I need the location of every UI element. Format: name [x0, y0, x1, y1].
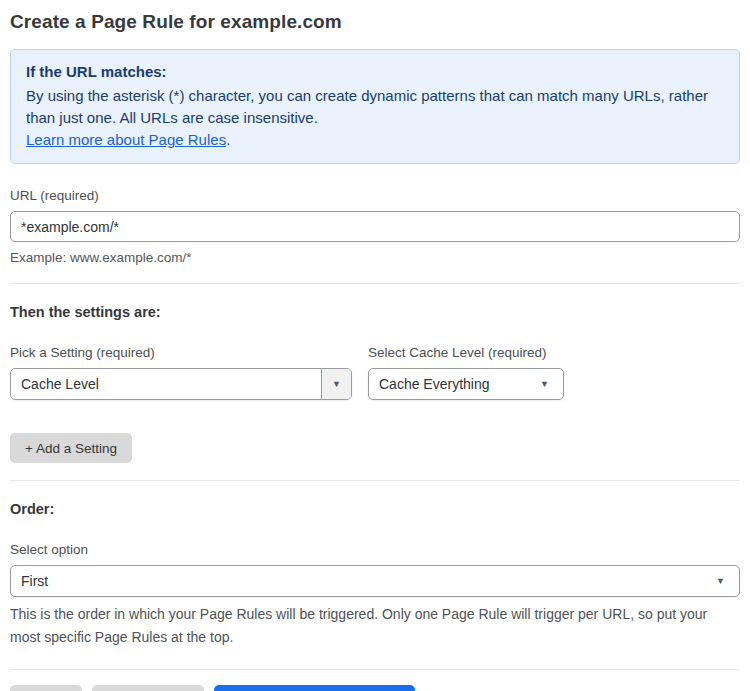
cache-level-column: Select Cache Level (required) Cache Ever… [368, 344, 564, 400]
info-box-body: By using the asterisk (*) character, you… [26, 85, 724, 129]
learn-more-link[interactable]: Learn more about Page Rules [26, 131, 226, 148]
info-box-heading: If the URL matches: [26, 61, 724, 83]
pick-setting-dropdown[interactable]: Cache Level ▼ [10, 368, 352, 400]
order-heading: Order: [10, 500, 740, 518]
chevron-down-icon: ▼ [540, 380, 563, 389]
divider [10, 669, 740, 670]
cache-level-value: Cache Everything [369, 376, 540, 392]
form-actions: Cancel Save as Draft Save and Deploy Pag… [10, 685, 740, 691]
url-match-info-box: If the URL matches: By using the asteris… [10, 49, 740, 164]
pick-setting-value: Cache Level [11, 376, 321, 392]
create-page-rule-form: Create a Page Rule for example.com If th… [0, 0, 750, 691]
url-input[interactable] [10, 211, 740, 242]
save-and-deploy-button[interactable]: Save and Deploy Page Rule [214, 685, 416, 691]
divider [10, 480, 740, 481]
cache-level-label: Select Cache Level (required) [368, 344, 564, 361]
divider [10, 283, 740, 284]
pick-setting-label: Pick a Setting (required) [10, 344, 352, 361]
url-label: URL (required) [10, 187, 740, 204]
info-link-row: Learn more about Page Rules. [26, 129, 724, 151]
order-select-label: Select option [10, 541, 740, 558]
save-as-draft-button[interactable]: Save as Draft [92, 685, 204, 691]
order-value: First [11, 573, 716, 589]
settings-row: Pick a Setting (required) Cache Level ▼ … [10, 344, 740, 400]
cancel-button[interactable]: Cancel [10, 685, 82, 691]
link-suffix: . [226, 131, 230, 148]
url-example-hint: Example: www.example.com/* [10, 249, 740, 267]
chevron-down-icon[interactable]: ▼ [321, 369, 351, 399]
settings-heading: Then the settings are: [10, 303, 740, 321]
cache-level-dropdown[interactable]: Cache Everything ▼ [368, 368, 564, 400]
pick-setting-column: Pick a Setting (required) Cache Level ▼ [10, 344, 352, 400]
chevron-down-icon: ▼ [716, 577, 739, 586]
order-dropdown[interactable]: First ▼ [10, 565, 740, 597]
add-setting-button[interactable]: + Add a Setting [10, 433, 132, 463]
order-help-text: This is the order in which your Page Rul… [10, 603, 730, 649]
page-title: Create a Page Rule for example.com [10, 10, 740, 34]
